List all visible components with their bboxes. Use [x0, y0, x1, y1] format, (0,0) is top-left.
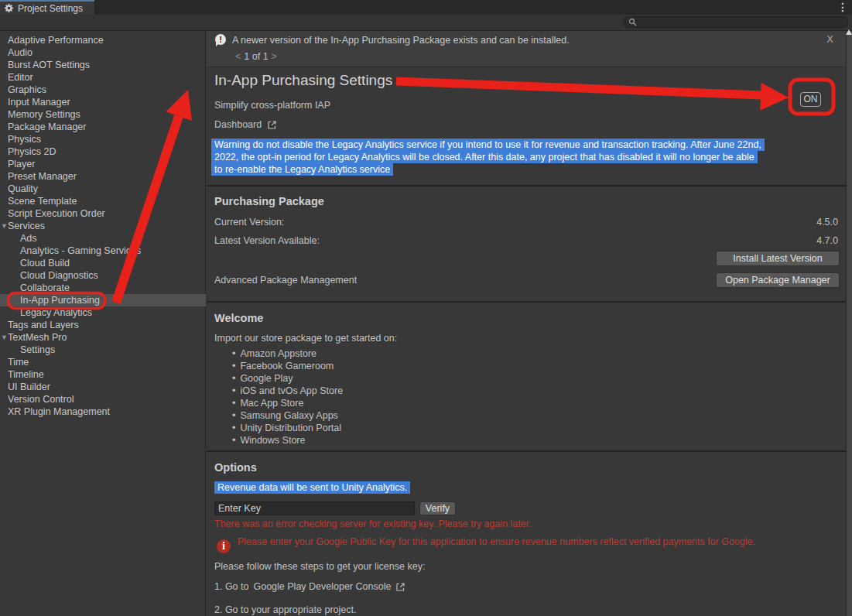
latest-version-label: Latest Version Available:	[214, 235, 320, 246]
sidebar-item-label: Preset Manager	[8, 171, 77, 182]
kebab-menu-icon[interactable]: ⋮	[837, 1, 848, 13]
sidebar-item-label: Ads	[20, 233, 37, 244]
sidebar-item-services[interactable]: ▼Services	[0, 220, 206, 232]
sidebar-item-label: Burst AOT Settings	[8, 60, 90, 70]
sidebar-item-preset-manager[interactable]: Preset Manager	[0, 170, 206, 183]
sidebar-item-adaptive-performance[interactable]: Adaptive Performance	[0, 34, 206, 46]
search-input[interactable]	[623, 16, 848, 28]
sidebar-item-physics[interactable]: Physics	[0, 133, 206, 145]
sidebar-item-label: UI Builder	[8, 382, 50, 392]
sidebar-item-package-manager[interactable]: Package Manager	[0, 121, 206, 133]
enter-key-input[interactable]	[214, 501, 415, 515]
vertical-scrollbar[interactable]	[846, 31, 852, 616]
sidebar-item-label: Script Execution Order	[8, 208, 105, 219]
sidebar-item-tags-and-layers[interactable]: Tags and Layers	[0, 319, 206, 331]
sidebar-item-legacy-analytics[interactable]: Legacy Analytics	[0, 306, 206, 319]
sidebar-item-input-manager[interactable]: Input Manager	[0, 96, 206, 108]
pager-prev-icon[interactable]: <	[232, 51, 244, 62]
sidebar-item-version-control[interactable]: Version Control	[0, 393, 206, 406]
step-2: 2. Go to your appropriate project.	[214, 604, 356, 615]
sidebar-item-label: XR Plugin Management	[8, 406, 110, 417]
sidebar-item-label: Audio	[8, 47, 33, 58]
sidebar-item-label: Cloud Build	[20, 258, 70, 269]
current-version-value: 4.5.0	[816, 217, 838, 228]
gear-icon	[4, 3, 14, 13]
sidebar-item-script-execution-order[interactable]: Script Execution Order	[0, 207, 206, 220]
sidebar-item-cloud-build[interactable]: Cloud Build	[0, 257, 206, 269]
store-list-item: Facebook Gameroom	[232, 360, 343, 372]
sidebar-item-timeline[interactable]: Timeline	[0, 368, 206, 381]
sidebar-item-ui-builder[interactable]: UI Builder	[0, 381, 206, 393]
sidebar-item-collaborate[interactable]: Collaborate	[0, 282, 206, 294]
sidebar-item-label: Cloud Diagnostics	[20, 270, 98, 281]
search-icon	[628, 18, 637, 26]
sidebar-item-memory-settings[interactable]: Memory Settings	[0, 108, 206, 121]
store-list-item: Google Play	[232, 372, 343, 385]
alert-bubble-icon: !	[215, 34, 226, 45]
sidebar-item-editor[interactable]: Editor	[0, 71, 206, 84]
sidebar-item-label: Analytics - Gaming Services	[20, 245, 141, 256]
sidebar-item-burst-aot-settings[interactable]: Burst AOT Settings	[0, 59, 206, 71]
open-package-manager-button[interactable]: Open Package Manager	[716, 272, 840, 288]
google-play-console-link[interactable]: Google Play Developer Console	[253, 581, 391, 592]
sidebar-item-cloud-diagnostics[interactable]: Cloud Diagnostics	[0, 269, 206, 282]
iap-on-toggle[interactable]: ON	[800, 92, 821, 107]
store-list: Amazon AppstoreFacebook GameroomGoogle P…	[232, 347, 343, 447]
sidebar-item-audio[interactable]: Audio	[0, 46, 206, 59]
pager-next-icon[interactable]: >	[269, 51, 280, 62]
sidebar-item-settings[interactable]: Settings	[0, 344, 206, 356]
sidebar-item-label: Collaborate	[20, 282, 70, 293]
dashboard-link[interactable]: Dashboard	[214, 119, 277, 130]
step1-prefix: 1. Go to	[214, 581, 248, 592]
welcome-heading: Welcome	[214, 312, 263, 324]
sidebar-list: Adaptive PerformanceAudioBurst AOT Setti…	[0, 34, 206, 418]
notification-pager: <1 of 1>	[232, 51, 280, 62]
close-icon[interactable]: X	[826, 33, 833, 45]
tab-title: Project Settings	[18, 3, 83, 14]
sidebar-item-label: Legacy Analytics	[20, 307, 92, 318]
sidebar-item-label: Timeline	[8, 369, 44, 380]
sidebar-item-time[interactable]: Time	[0, 356, 206, 368]
sidebar-item-physics-2d[interactable]: Physics 2D	[0, 145, 206, 158]
foldout-arrow-icon[interactable]: ▼	[1, 331, 8, 344]
sidebar-item-scene-template[interactable]: Scene Template	[0, 195, 206, 207]
sidebar-item-analytics-gaming-services[interactable]: Analytics - Gaming Services	[0, 245, 206, 257]
key-error-text: There was an error checking server for e…	[214, 518, 532, 529]
latest-version-value: 4.7.0	[816, 235, 838, 246]
sidebar-item-label: TextMesh Pro	[8, 332, 67, 343]
sidebar-item-label: Physics 2D	[8, 146, 56, 157]
install-latest-version-button[interactable]: Install Latest Version	[716, 251, 840, 266]
sidebar-item-label: Tags and Layers	[8, 320, 79, 330]
sidebar-item-graphics[interactable]: Graphics	[0, 84, 206, 96]
store-list-item: iOS and tvOs App Store	[232, 385, 343, 397]
sidebar-item-in-app-purchasing[interactable]: In-App Purchasing	[0, 294, 206, 306]
section-divider	[207, 185, 846, 187]
sidebar-item-textmesh-pro[interactable]: ▼TextMesh Pro	[0, 331, 206, 344]
sidebar-item-label: Input Manager	[8, 97, 70, 108]
sidebar-item-xr-plugin-management[interactable]: XR Plugin Management	[0, 406, 206, 418]
sidebar-item-quality[interactable]: Quality	[0, 183, 206, 195]
sidebar-item-label: Scene Template	[8, 196, 77, 207]
scroll-up-icon[interactable]	[846, 29, 852, 35]
foldout-arrow-icon[interactable]: ▼	[1, 220, 8, 232]
store-list-item: Samsung Galaxy Apps	[232, 409, 343, 422]
store-list-item: Mac App Store	[232, 397, 343, 409]
sidebar: Adaptive PerformanceAudioBurst AOT Setti…	[0, 31, 206, 616]
sidebar-item-label: Editor	[8, 72, 33, 83]
sidebar-item-label: Quality	[8, 183, 38, 194]
sidebar-item-label: Graphics	[8, 84, 46, 95]
sidebar-item-player[interactable]: Player	[0, 158, 206, 170]
sidebar-item-label: Settings	[20, 344, 55, 355]
legacy-analytics-warning: Warning do not disable the Legacy Analyt…	[211, 139, 815, 176]
tab-project-settings[interactable]: Project Settings	[0, 0, 94, 15]
sidebar-item-label: Services	[8, 221, 45, 231]
advanced-package-management-label: Advanced Package Management	[214, 275, 357, 286]
purchasing-package-heading: Purchasing Package	[214, 195, 324, 207]
verify-button[interactable]: Verify	[419, 501, 456, 515]
title-bar: Project Settings ⋮	[0, 0, 852, 15]
dashboard-label: Dashboard	[214, 119, 262, 130]
welcome-intro: Import our store package to get started …	[214, 333, 397, 344]
sidebar-item-label: Adaptive Performance	[8, 35, 104, 46]
sidebar-item-ads[interactable]: Ads	[0, 232, 206, 245]
options-heading: Options	[214, 461, 257, 474]
